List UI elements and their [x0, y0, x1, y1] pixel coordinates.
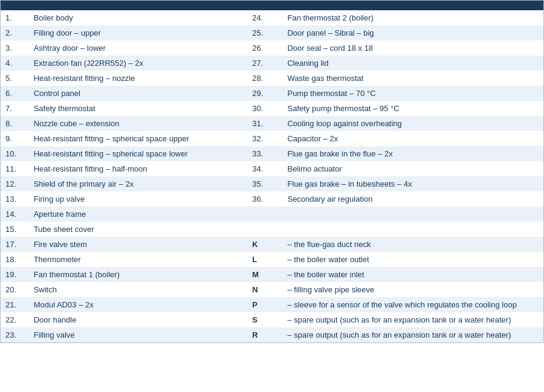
item-number-left: 8. — [1, 116, 29, 131]
table-row: 7.Safety thermostat30.Safety pump thermo… — [1, 101, 543, 116]
item-label-right: – sleeve for a sensor of the valve which… — [282, 297, 543, 312]
table-row: 3.Ashtray door – lower26.Door seal – cor… — [1, 40, 543, 56]
boiler-description-table: 1.Boiler body24.Fan thermostat 2 (boiler… — [0, 0, 544, 343]
item-label-left: Firing up valve — [29, 191, 248, 207]
item-number-left: 14. — [1, 207, 29, 222]
item-label-left: Control panel — [29, 86, 248, 101]
item-number-left: 7. — [1, 101, 29, 116]
item-label-right: Door panel – Sibral – big — [282, 25, 543, 40]
item-label-left: Shield of the primary air – 2x — [29, 176, 248, 191]
item-label-left: Extraction fan (J22RR552) – 2x — [29, 56, 248, 71]
table-row: 2.Filling door – upper25.Door panel – Si… — [1, 25, 543, 40]
item-number-right: 36. — [247, 191, 282, 207]
item-label-right: Flue gas brake – in tubesheets – 4x — [282, 176, 543, 191]
item-number-right: 25. — [247, 25, 282, 40]
item-number-right: L — [247, 252, 282, 267]
table-row: 21.Modul AD03 – 2xP– sleeve for a sensor… — [1, 297, 543, 312]
item-number-right: M — [247, 267, 282, 282]
item-label-left: Filling door – upper — [29, 25, 248, 40]
item-number-left: 4. — [1, 56, 29, 71]
table-row: 23.Filling valveR– spare output (such as… — [1, 327, 543, 342]
item-label-left: Safety thermostat — [29, 101, 248, 116]
item-number-right: 32. — [247, 131, 282, 146]
item-label-left: Nozzle cube – extension — [29, 116, 248, 131]
table-row: 9.Heat-resistant fitting – spherical spa… — [1, 131, 543, 146]
item-label-right: Fan thermostat 2 (boiler) — [282, 10, 543, 25]
table-row: 18.ThermometerL– the boiler water outlet — [1, 252, 543, 267]
item-label-left: Fire valve stem — [29, 237, 248, 252]
item-number-left: 22. — [1, 312, 29, 327]
item-number-left: 21. — [1, 297, 29, 312]
item-number-left: 20. — [1, 282, 29, 297]
item-number-right: P — [247, 297, 282, 312]
item-label-left: Heat-resistant fitting – half-moon — [29, 161, 248, 176]
item-label-right: – the boiler water inlet — [282, 267, 543, 282]
item-number-left: 10. — [1, 146, 29, 161]
item-number-right: 29. — [247, 86, 282, 101]
item-label-right: Capacitor – 2x — [282, 131, 543, 146]
item-number-left: 11. — [1, 161, 29, 176]
item-number-left: 23. — [1, 327, 29, 342]
item-number-left: 19. — [1, 267, 29, 282]
item-label-left: Heat-resistant fitting – spherical space… — [29, 146, 248, 161]
item-number-left: 9. — [1, 131, 29, 146]
table-row: 11.Heat-resistant fitting – half-moon34.… — [1, 161, 543, 176]
item-number-right: S — [247, 312, 282, 327]
item-label-left: Filling valve — [29, 327, 248, 342]
item-label-right: – the flue-gas duct neck — [282, 237, 543, 252]
table-header — [1, 1, 543, 10]
item-label-left: Aperture frame — [29, 207, 248, 222]
table-row: 19.Fan thermostat 1 (boiler)M– the boile… — [1, 267, 543, 282]
table-row: 12.Shield of the primary air – 2x35.Flue… — [1, 176, 543, 191]
table-row: 22.Door handleS– spare output (such as f… — [1, 312, 543, 327]
item-number-right: 26. — [247, 40, 282, 56]
item-label-left: Switch — [29, 282, 248, 297]
item-label-left: Boiler body — [29, 10, 248, 25]
table-row: 10.Heat-resistant fitting – spherical sp… — [1, 146, 543, 161]
item-label-right: Waste gas thermostat — [282, 71, 543, 86]
item-label-right — [282, 207, 543, 222]
item-number-right — [247, 207, 282, 222]
item-label-right: Flue gas brake in the flue – 2x — [282, 146, 543, 161]
table-row: 17.Fire valve stemK– the flue-gas duct n… — [1, 237, 543, 252]
item-number-left: 17. — [1, 237, 29, 252]
item-label-left: Thermometer — [29, 252, 248, 267]
table-row: 4.Extraction fan (J22RR552) – 2x27.Clean… — [1, 56, 543, 71]
item-number-right: 31. — [247, 116, 282, 131]
item-number-left: 12. — [1, 176, 29, 191]
item-number-right: 30. — [247, 101, 282, 116]
item-number-left: 1. — [1, 10, 29, 25]
table-row: 20.SwitchN– filling valve pipe sleeve — [1, 282, 543, 297]
item-label-right: – the boiler water outlet — [282, 252, 543, 267]
table-row: 1.Boiler body24.Fan thermostat 2 (boiler… — [1, 10, 543, 25]
item-number-left: 5. — [1, 71, 29, 86]
item-label-right: – spare output (such as for an expansion… — [282, 312, 543, 327]
item-number-right: K — [247, 237, 282, 252]
item-label-left: Door handle — [29, 312, 248, 327]
item-number-right — [247, 222, 282, 237]
item-label-right: – filling valve pipe sleeve — [282, 282, 543, 297]
table-row: 15.Tube sheet cover — [1, 222, 543, 237]
table-row: 14.Aperture frame — [1, 207, 543, 222]
item-number-right: 35. — [247, 176, 282, 191]
item-number-left: 2. — [1, 25, 29, 40]
item-label-right: Cooling loop against overheating — [282, 116, 543, 131]
item-number-left: 6. — [1, 86, 29, 101]
item-label-right: Cleaning lid — [282, 56, 543, 71]
item-number-left: 3. — [1, 40, 29, 56]
item-number-right: 34. — [247, 161, 282, 176]
table-row: 6.Control panel29.Pump thermostat – 70 °… — [1, 86, 543, 101]
item-number-left: 18. — [1, 252, 29, 267]
item-number-left: 15. — [1, 222, 29, 237]
item-label-left: Modul AD03 – 2x — [29, 297, 248, 312]
item-number-right: 28. — [247, 71, 282, 86]
item-label-right — [282, 222, 543, 237]
item-label-left: Fan thermostat 1 (boiler) — [29, 267, 248, 282]
item-number-right: 27. — [247, 56, 282, 71]
item-label-right: Secondary air regulation — [282, 191, 543, 207]
table-row: 13.Firing up valve36.Secondary air regul… — [1, 191, 543, 207]
item-label-left: Ashtray door – lower — [29, 40, 248, 56]
item-label-right: Pump thermostat – 70 °C — [282, 86, 543, 101]
item-number-right: N — [247, 282, 282, 297]
item-number-right: R — [247, 327, 282, 342]
